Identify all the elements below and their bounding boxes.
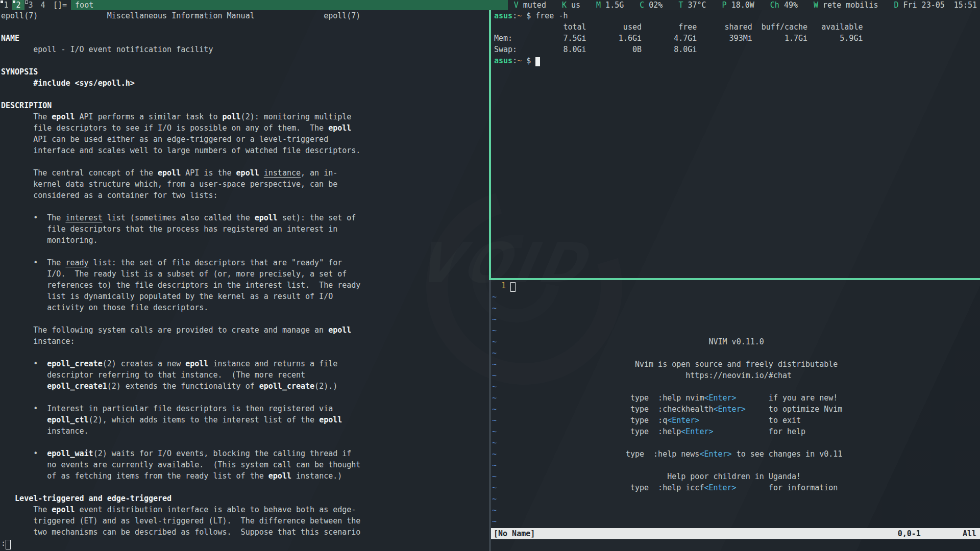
- text-line: epoll(7) Miscellaneous Information Manua…: [1, 11, 360, 22]
- text-line: ~: [492, 438, 842, 449]
- text-line: ~ type :help nvim<Enter> if you are new!: [492, 393, 842, 405]
- text-line: no events are currently available. (This…: [1, 460, 360, 471]
- text-line: ~: [492, 461, 842, 472]
- text-line: ~: [492, 382, 842, 393]
- text-line: triggered (ET) and as level-triggered (L…: [1, 516, 360, 528]
- text-line: ~: [492, 315, 842, 326]
- status-segment-t: T 37°C: [678, 0, 706, 10]
- text-line: [1, 90, 360, 101]
- system-status: V mutedK usM 1.5GC 02%T 37°CP 18.0WCh 49…: [508, 0, 980, 10]
- text-line: [1, 483, 360, 494]
- text-line: monitoring.: [1, 236, 360, 247]
- text-line: considered as a container for two lists:: [1, 191, 360, 202]
- text-line: ~: [492, 304, 842, 315]
- text-line: The following system calls are provided …: [1, 325, 360, 337]
- text-line: epoll_ctl(2), which adds items to the in…: [1, 415, 360, 427]
- status-segment-v: V muted: [514, 0, 546, 10]
- text-line: ~ Nvim is open source and freely distrib…: [492, 360, 842, 371]
- text-line: ~ type :checkhealth<Enter> to optimize N…: [492, 405, 842, 416]
- status-segment-p: P 18.0W: [722, 0, 754, 10]
- buffer-name: [No Name]: [491, 528, 898, 539]
- text-line: • Interest in particular file descriptor…: [1, 404, 360, 415]
- text-line: two mechanisms can be described as follo…: [1, 528, 360, 539]
- status-bar: 1234 []= foot V mutedK usM 1.5GC 02%T 37…: [0, 0, 980, 10]
- neovim-statusline: [No Name] 0,0-1 All: [491, 528, 980, 539]
- workspace-indicator: [25, 1, 28, 4]
- text-line: total used free shared buff/cache availa…: [494, 22, 863, 34]
- text-line: asus:~ $ free -h: [494, 11, 863, 22]
- text-line: [1, 157, 360, 168]
- text-line: I/O. The ready list is a subset of (or, …: [1, 269, 360, 281]
- text-line: [1, 393, 360, 404]
- text-line: ~ type :help news<Enter> to see changes …: [492, 449, 842, 461]
- text-line: [1, 22, 360, 34]
- text-line: ~ type :q<Enter> to exit: [492, 416, 842, 427]
- workspace-tag-3[interactable]: 3: [24, 0, 37, 10]
- workspace-list: 1234: [0, 0, 49, 10]
- text-line: [1, 314, 360, 325]
- text-line: Swap: 8.0Gi 0B 8.0Gi: [494, 45, 863, 56]
- text-line: • The ready list: the set of file descri…: [1, 258, 360, 269]
- text-line: SYNOPSIS: [1, 67, 360, 79]
- text-line: interface and scales well to large numbe…: [1, 146, 360, 157]
- text-line: instance.: [1, 427, 360, 438]
- text-line: ~ type :help iccf<Enter> for information: [492, 483, 842, 494]
- layout-symbol: []=: [49, 0, 71, 10]
- text-line: asus:~ $: [494, 56, 863, 67]
- text-line: API can be used either as an edge-trigge…: [1, 135, 360, 146]
- text-line: DESCRIPTION: [1, 101, 360, 112]
- text-line: [1, 56, 360, 67]
- text-line: The epoll API performs a similar task to…: [1, 112, 360, 123]
- workspace-indicator: [13, 1, 15, 3]
- text-line: activity on those file descriptors.: [1, 303, 360, 314]
- workspace-tag-1[interactable]: 1: [0, 0, 12, 10]
- status-segment-c: C 02%: [640, 0, 663, 10]
- text-line: :: [1, 539, 360, 550]
- text-line: The epoll event distribution interface i…: [1, 505, 360, 516]
- text-line: ~: [492, 326, 842, 337]
- text-line: • epoll_wait(2) waits for I/O events, bl…: [1, 449, 360, 460]
- text-line: references to) the file descriptors in t…: [1, 281, 360, 292]
- text-line: [1, 202, 360, 213]
- text-line: ~: [492, 348, 842, 360]
- text-line: file descriptors that the process has re…: [1, 224, 360, 236]
- text-line: The central concept of the epoll API is …: [1, 168, 360, 180]
- text-line: ~: [492, 292, 842, 304]
- workspace-tag-4[interactable]: 4: [37, 0, 49, 10]
- text-line: #include <sys/epoll.h>: [1, 79, 360, 90]
- text-line: ~ https://neovim.io/#chat: [492, 371, 842, 382]
- neovim-window[interactable]: 1 ~~~~~ NVIM v0.11.0~~ Nvim is open sour…: [491, 280, 980, 551]
- status-segment-w: W rete mobilis: [814, 0, 878, 10]
- text-line: of as fetching items from the ready list…: [1, 471, 360, 483]
- bar-spacer: [97, 0, 508, 10]
- text-line: kernel data structure which, from a user…: [1, 180, 360, 191]
- text-line: ~ NVIM v0.11.0: [492, 337, 842, 348]
- text-line: Level-triggered and edge-triggered: [1, 494, 360, 505]
- text-line: Mem: 7.5Gi 1.6Gi 4.7Gi 393Mi 1.7Gi 5.9Gi: [494, 34, 863, 45]
- text-line: ~: [492, 506, 842, 517]
- text-line: • epoll_create(2) creates a new epoll in…: [1, 359, 360, 370]
- text-line: ~: [492, 494, 842, 506]
- status-segment-m: M 1.5G: [596, 0, 624, 10]
- neovim-buffer: 1 ~~~~~ NVIM v0.11.0~~ Nvim is open sour…: [492, 281, 842, 528]
- text-line: [1, 247, 360, 258]
- text-line: 1: [492, 281, 842, 292]
- shell-terminal[interactable]: asus:~ $ free -h total used free shared …: [491, 10, 980, 278]
- text-line: NAME: [1, 34, 360, 45]
- text-line: descriptor referring to that instance. (…: [1, 370, 360, 382]
- text-line: • The interest list (sometimes also call…: [1, 213, 360, 224]
- status-segment-d: D Fri 23-05 15:51: [894, 0, 977, 10]
- text-line: epoll - I/O event notification facility: [1, 45, 360, 56]
- text-line: file descriptors to see if I/O is possib…: [1, 123, 360, 135]
- text-line: instance:: [1, 337, 360, 348]
- status-segment-ch: Ch 49%: [770, 0, 798, 10]
- workspace-indicator: [1, 1, 3, 3]
- shell-output: asus:~ $ free -h total used free shared …: [494, 11, 863, 67]
- focused-window-title: foot: [71, 0, 97, 10]
- text-line: [1, 438, 360, 449]
- man-page-content: epoll(7) Miscellaneous Information Manua…: [1, 11, 360, 550]
- workspace-tag-2[interactable]: 2: [12, 0, 24, 10]
- man-page-terminal[interactable]: epoll(7) Miscellaneous Information Manua…: [0, 10, 489, 551]
- scroll-indicator: All: [963, 528, 976, 539]
- text-line: [1, 348, 360, 359]
